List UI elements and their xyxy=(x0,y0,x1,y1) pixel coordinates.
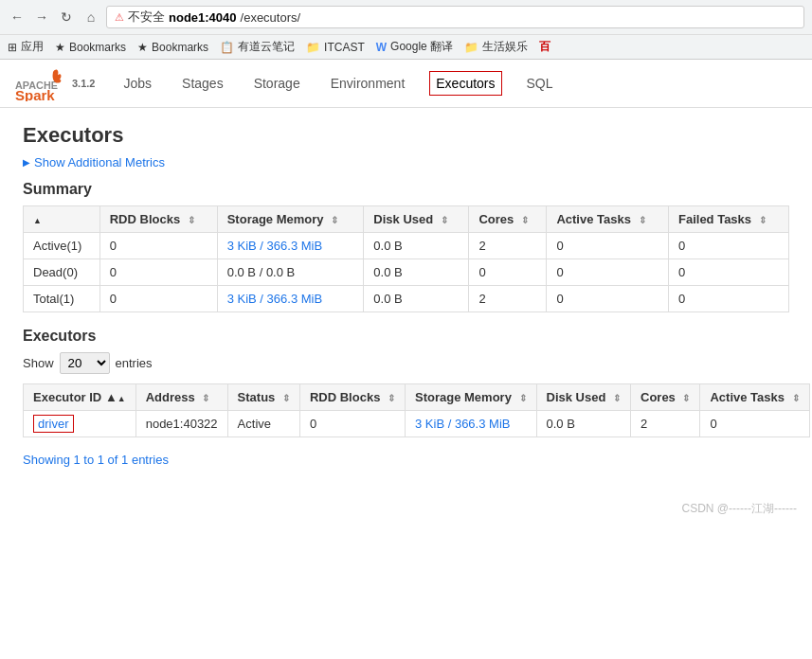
exec-col-storage[interactable]: Storage Memory ⇕ xyxy=(406,384,537,411)
exec-col-active-tasks[interactable]: Active Tasks ⇕ xyxy=(700,384,809,411)
summary-col-rdd-blocks[interactable]: RDD Blocks ⇕ xyxy=(99,206,217,233)
summary-total-failed: 0 xyxy=(668,286,788,312)
exec-col-cores[interactable]: Cores ⇕ xyxy=(631,384,700,411)
bookmark-google-translate[interactable]: W Google 翻译 xyxy=(376,39,453,55)
summary-active-label: Active(1) xyxy=(24,233,100,259)
sort-icon-exec-storage: ⇕ xyxy=(519,393,527,403)
nav-environment[interactable]: Environment xyxy=(325,72,411,95)
bookmark-baidu[interactable]: 百 xyxy=(539,39,550,55)
forward-button[interactable]: → xyxy=(32,8,51,27)
sort-icon-disk: ⇕ xyxy=(441,215,448,225)
star-icon-1: ★ xyxy=(55,41,65,54)
entries-control: Show 10 20 50 100 entries xyxy=(23,352,789,374)
summary-active-tasks: 0 xyxy=(547,233,669,259)
summary-active-failed: 0 xyxy=(668,233,788,259)
bookmark-bookmarks1-label: Bookmarks xyxy=(69,41,126,54)
apps-icon: ⊞ xyxy=(8,41,17,54)
address-host: node1:4040 xyxy=(169,10,237,25)
bookmark-itcast[interactable]: 📁 ITCAST xyxy=(306,41,365,54)
nav-storage[interactable]: Storage xyxy=(248,72,306,95)
sort-icon-cores: ⇕ xyxy=(521,215,529,225)
showing-entries-text: Showing 1 to 1 of 1 entries xyxy=(23,453,789,467)
summary-dead-storage: 0.0 B / 0.0 B xyxy=(217,259,364,286)
summary-row-total: Total(1) 0 3 KiB / 366.3 MiB 0.0 B 2 0 0 xyxy=(24,286,789,312)
sort-icon-storage: ⇕ xyxy=(331,215,338,225)
summary-dead-label: Dead(0) xyxy=(24,259,100,286)
address-bar[interactable]: ⚠ 不安全 node1:4040 /executors/ xyxy=(106,6,804,28)
summary-active-cores: 2 xyxy=(469,233,547,259)
spark-version: 3.1.2 xyxy=(72,78,95,89)
itcast-icon: 📁 xyxy=(306,41,320,54)
summary-row-dead: Dead(0) 0 0.0 B / 0.0 B 0.0 B 0 0 0 xyxy=(24,259,789,286)
bookmark-life-label: 生活娱乐 xyxy=(482,39,528,55)
summary-row-active: Active(1) 0 3 KiB / 366.3 MiB 0.0 B 2 0 … xyxy=(24,233,789,259)
bookmark-bookmarks1[interactable]: ★ Bookmarks xyxy=(55,41,126,54)
bookmark-bookmarks2[interactable]: ★ Bookmarks xyxy=(137,41,208,54)
sort-icon-exec-active: ⇕ xyxy=(792,393,800,403)
sort-icon-exec-cores: ⇕ xyxy=(682,393,690,403)
spark-logo: APACHE Spark 3.1.2 xyxy=(15,65,95,101)
sort-icon-failed-tasks: ⇕ xyxy=(759,215,767,225)
summary-dead-failed: 0 xyxy=(668,259,788,286)
entries-select[interactable]: 10 20 50 100 xyxy=(60,352,110,374)
summary-total-tasks: 0 xyxy=(547,286,669,312)
summary-dead-cores: 0 xyxy=(469,259,547,286)
summary-active-storage: 3 KiB / 366.3 MiB xyxy=(217,233,364,259)
summary-table: RDD Blocks ⇕ Storage Memory ⇕ Disk Used … xyxy=(23,205,789,312)
bookmark-google-translate-label: Google 翻译 xyxy=(390,39,453,55)
bookmark-youdao[interactable]: 📋 有道云笔记 xyxy=(220,39,295,55)
show-additional-metrics-link[interactable]: Show Additional Metrics xyxy=(23,155,789,169)
summary-dead-rdd: 0 xyxy=(99,259,217,286)
browser-chrome: ← → ↻ ⌂ ⚠ 不安全 node1:4040 /executors/ ⊞ 应… xyxy=(0,0,812,60)
bookmark-life[interactable]: 📁 生活娱乐 xyxy=(464,39,528,55)
summary-col-label xyxy=(24,206,100,233)
summary-col-storage-memory[interactable]: Storage Memory ⇕ xyxy=(217,206,364,233)
exec-col-disk[interactable]: Disk Used ⇕ xyxy=(536,384,631,411)
back-button[interactable]: ← xyxy=(8,8,27,27)
summary-total-rdd: 0 xyxy=(99,286,217,312)
summary-col-cores[interactable]: Cores ⇕ xyxy=(469,206,547,233)
exec-col-address[interactable]: Address ⇕ xyxy=(135,384,227,411)
page-content: Executors Show Additional Metrics Summar… xyxy=(0,108,812,482)
show-label: Show xyxy=(23,356,54,370)
browser-toolbar: ← → ↻ ⌂ ⚠ 不安全 node1:4040 /executors/ xyxy=(0,0,812,34)
nav-stages[interactable]: Stages xyxy=(176,72,229,95)
exec-col-id[interactable]: Executor ID ▲ xyxy=(24,384,136,411)
summary-dead-tasks: 0 xyxy=(547,259,669,286)
home-button[interactable]: ⌂ xyxy=(81,8,100,27)
spark-nav: APACHE Spark 3.1.2 Jobs Stages Storage E… xyxy=(0,60,812,108)
svg-text:Spark: Spark xyxy=(15,87,55,101)
sort-icon-address: ⇕ xyxy=(202,393,209,403)
watermark: CSDN @------江湖------ xyxy=(0,482,812,525)
exec-disk-cell: 0.0 B xyxy=(536,411,631,437)
life-icon: 📁 xyxy=(464,41,478,54)
nav-sql[interactable]: SQL xyxy=(521,72,559,95)
youdao-icon: 📋 xyxy=(220,41,234,54)
executors-title: Executors xyxy=(23,328,789,345)
summary-total-cores: 2 xyxy=(469,286,547,312)
bookmark-apps-label: 应用 xyxy=(21,39,44,55)
executors-table: Executor ID ▲ Address ⇕ Status ⇕ RDD Blo… xyxy=(23,383,810,437)
exec-cores-cell: 2 xyxy=(631,411,700,437)
exec-id-cell: driver xyxy=(24,411,136,437)
bookmarks-bar: ⊞ 应用 ★ Bookmarks ★ Bookmarks 📋 有道云笔记 📁 I… xyxy=(0,34,812,59)
exec-col-rdd[interactable]: RDD Blocks ⇕ xyxy=(299,384,405,411)
exec-active-tasks-cell: 0 xyxy=(700,411,809,437)
summary-col-active-tasks[interactable]: Active Tasks ⇕ xyxy=(547,206,669,233)
nav-jobs[interactable]: Jobs xyxy=(117,72,157,95)
executor-driver-link[interactable]: driver xyxy=(33,415,74,433)
page-title: Executors xyxy=(23,123,789,148)
summary-active-rdd: 0 xyxy=(99,233,217,259)
summary-col-disk-used[interactable]: Disk Used ⇕ xyxy=(364,206,469,233)
address-path: /executors/ xyxy=(241,10,301,25)
reload-button[interactable]: ↻ xyxy=(57,8,76,27)
nav-executors[interactable]: Executors xyxy=(429,71,501,96)
bookmark-apps[interactable]: ⊞ 应用 xyxy=(8,39,44,55)
summary-total-disk: 0.0 B xyxy=(364,286,469,312)
sort-icon-exec-id: ▲ xyxy=(105,390,126,404)
exec-col-status[interactable]: Status ⇕ xyxy=(227,384,299,411)
summary-total-storage: 3 KiB / 366.3 MiB xyxy=(217,286,364,312)
summary-col-failed-tasks[interactable]: Failed Tasks ⇕ xyxy=(668,206,788,233)
table-row: driver node1:40322 Active 0 3 KiB / 366.… xyxy=(24,411,810,437)
bookmark-youdao-label: 有道云笔记 xyxy=(238,39,295,55)
